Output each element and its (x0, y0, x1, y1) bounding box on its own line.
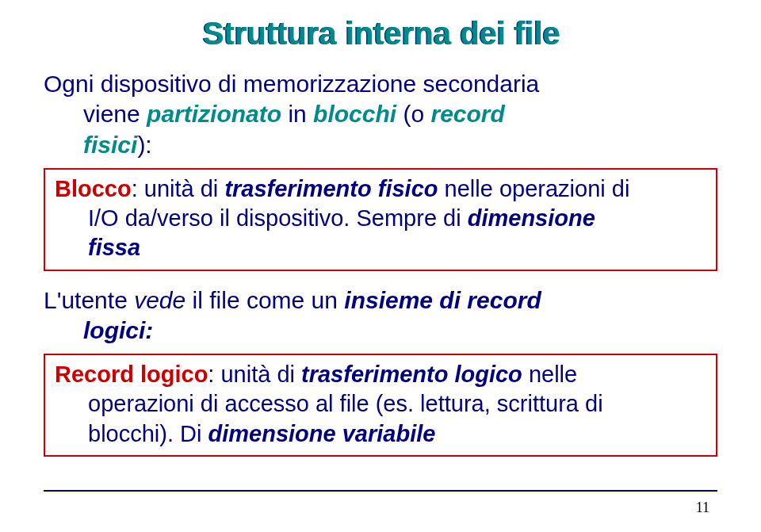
slide-title: Struttura interna dei file Struttura int… (44, 16, 717, 52)
intro-line3: fisici): (44, 132, 152, 158)
definition-box-record-logico: Record logico: unità di trasferimento lo… (44, 354, 717, 456)
mid-line2: logici: (44, 317, 153, 343)
page-number: 11 (696, 499, 709, 516)
intro-line1: Ogni dispositivo di memorizzazione secon… (44, 71, 539, 97)
box2-text: Record logico: unità di trasferimento lo… (55, 360, 706, 448)
mid-paragraph: L'utente vede il file come un insieme di… (44, 285, 717, 346)
intro-line2: viene partizionato in blocchi (o record (44, 101, 505, 127)
intro-paragraph: Ogni dispositivo di memorizzazione secon… (44, 69, 717, 160)
mid-line1: L'utente vede il file come un insieme di… (44, 287, 541, 313)
footer-divider (44, 490, 717, 492)
box1-text: Blocco: unità di trasferimento fisico ne… (55, 174, 706, 262)
definition-box-blocco: Blocco: unità di trasferimento fisico ne… (44, 168, 717, 270)
slide-page: Struttura interna dei file Struttura int… (0, 0, 761, 532)
